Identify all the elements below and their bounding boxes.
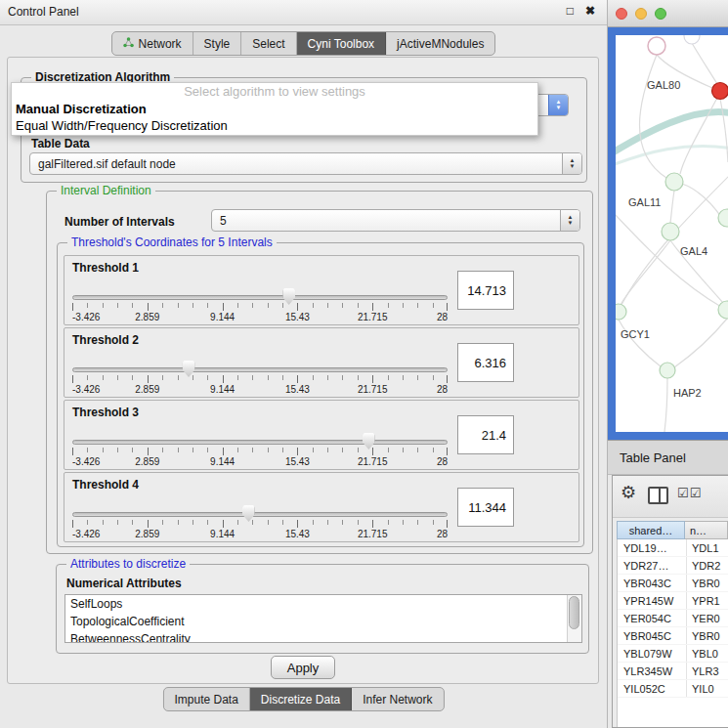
cell-shared-name[interactable]: YBR043C xyxy=(618,575,686,591)
table-header-row: shared… n… xyxy=(617,521,728,539)
cell-name[interactable]: YBL0 xyxy=(686,645,728,662)
column-header-shared-name[interactable]: shared… xyxy=(617,521,685,539)
checked-box-icon[interactable]: ☑ xyxy=(690,486,703,500)
cell-name[interactable]: YBR0 xyxy=(686,575,728,591)
scrollbar-thumb[interactable] xyxy=(569,596,579,629)
cell-name[interactable]: YIL0 xyxy=(686,680,728,697)
slider-scale: -3.426 2.859 9.144 15.43 21.715 28 xyxy=(72,312,448,323)
tab-network[interactable]: Network xyxy=(112,32,193,55)
tab-jactivemodules[interactable]: jActiveMNodules xyxy=(386,32,494,55)
table-row[interactable]: YPR145W YPR1 xyxy=(618,592,728,610)
table-data-combobox[interactable]: galFiltered.sif default node ▲ ▼ xyxy=(29,152,582,175)
table-row[interactable]: YER054C YER0 xyxy=(618,610,728,627)
algorithm-option-manual[interactable]: Manual Discretization xyxy=(12,101,537,117)
table-row[interactable]: YDL19… YDL1 xyxy=(618,539,728,557)
cell-name[interactable]: YLR3 xyxy=(686,663,728,679)
list-item[interactable]: BetweennessCentrality xyxy=(65,630,581,643)
threshold-slider[interactable]: -3.426 2.859 9.144 15.43 21.715 28 xyxy=(72,504,448,541)
threshold-value-field[interactable]: 21.4 xyxy=(457,415,514,454)
scale-label: 2.859 xyxy=(135,312,159,322)
network-canvas[interactable]: GAL80 GAL11 GAL4 GCY1 HAP2 xyxy=(616,35,728,432)
apply-button[interactable]: Apply xyxy=(271,656,335,679)
table-row[interactable]: YBR045C YBR0 xyxy=(618,627,728,645)
network-node[interactable] xyxy=(648,37,665,55)
threshold-value-field[interactable]: 11.344 xyxy=(457,488,514,527)
slider-scale: -3.426 2.859 9.144 15.43 21.715 28 xyxy=(72,456,448,468)
scale-label: 21.715 xyxy=(358,312,388,322)
cell-name[interactable]: YDL1 xyxy=(686,539,728,556)
network-window-titlebar[interactable] xyxy=(608,0,728,27)
thresholds-group: Threshold's Coordinates for 5 Intervals … xyxy=(57,242,584,547)
cell-shared-name[interactable]: YBL079W xyxy=(618,645,686,662)
checked-box-icon[interactable]: ☑ xyxy=(677,486,690,500)
cell-shared-name[interactable]: YLR345W xyxy=(618,663,686,679)
tab-select[interactable]: Select xyxy=(241,32,296,55)
tab-discretize-data[interactable]: Discretize Data xyxy=(250,688,352,710)
threshold-slider[interactable]: -3.426 2.859 9.144 15.43 21.715 28 xyxy=(72,432,448,469)
checkbox-filter-icons[interactable]: ☑☑ xyxy=(677,486,702,500)
cell-shared-name[interactable]: YDR27… xyxy=(618,557,686,574)
network-node[interactable] xyxy=(616,304,626,320)
cell-name[interactable]: YDR2 xyxy=(686,557,728,574)
network-node[interactable] xyxy=(662,223,679,240)
slider-track[interactable] xyxy=(72,295,448,300)
close-traffic-light[interactable] xyxy=(616,8,627,20)
tab-cyni-toolbox[interactable]: Cyni Toolbox xyxy=(297,32,386,55)
cell-shared-name[interactable]: YER054C xyxy=(618,610,686,626)
major-tick-marks xyxy=(72,303,448,311)
cell-name[interactable]: YPR1 xyxy=(686,592,728,609)
threshold-slider[interactable]: -3.426 2.859 9.144 15.43 21.715 28 xyxy=(72,287,448,324)
tab-impute-data[interactable]: Impute Data xyxy=(163,688,249,710)
table-row[interactable]: YIL052C YIL0 xyxy=(618,680,728,698)
top-tab-bar: Network Style Select Cyni Toolbox jActiv… xyxy=(111,31,496,56)
tab-style[interactable]: Style xyxy=(193,32,242,55)
control-panel-titlebar: Control Panel □ ✖ xyxy=(0,0,607,25)
number-of-intervals-label: Number of Intervals xyxy=(64,215,175,229)
threshold-value-field[interactable]: 6.316 xyxy=(457,343,514,382)
cell-shared-name[interactable]: YPR145W xyxy=(618,592,686,609)
table-row[interactable]: YBR043C YBR0 xyxy=(618,575,728,592)
network-node-selected[interactable] xyxy=(712,83,728,100)
cell-shared-name[interactable]: YDL19… xyxy=(618,539,686,556)
network-node[interactable] xyxy=(718,301,728,319)
close-icon[interactable]: ✖ xyxy=(585,4,595,18)
slider-track[interactable] xyxy=(72,512,448,517)
slider-track[interactable] xyxy=(72,367,448,372)
network-node[interactable] xyxy=(718,209,728,227)
cell-shared-name[interactable]: YIL052C xyxy=(618,680,686,697)
algorithm-option-equal-width[interactable]: Equal Width/Frequency Discretization xyxy=(12,117,537,134)
table-row[interactable]: YDR27… YDR2 xyxy=(618,557,728,575)
scrollbar[interactable] xyxy=(567,595,581,642)
gear-icon[interactable]: ⚙ xyxy=(621,483,636,502)
threshold-value-field[interactable]: 14.713 xyxy=(457,271,514,310)
minimize-traffic-light[interactable] xyxy=(635,8,647,20)
scale-label: -3.426 xyxy=(72,384,100,395)
combobox-stepper[interactable]: ▲ ▼ xyxy=(560,210,579,231)
cell-shared-name[interactable]: YBR045C xyxy=(618,627,686,644)
tab-label: Style xyxy=(204,37,231,51)
network-node[interactable] xyxy=(660,363,675,378)
cell-name[interactable]: YER0 xyxy=(686,610,728,626)
numerical-attributes-list[interactable]: SelfLoops TopologicalCoefficient Between… xyxy=(64,594,582,643)
list-item[interactable]: TopologicalCoefficient xyxy=(65,613,581,630)
zoom-traffic-light[interactable] xyxy=(655,8,666,20)
tab-infer-network[interactable]: Infer Network xyxy=(352,688,443,710)
column-header-name[interactable]: n… xyxy=(685,521,728,539)
network-node[interactable] xyxy=(684,35,700,44)
table-row[interactable]: YBL079W YBL0 xyxy=(618,645,728,663)
network-node[interactable] xyxy=(665,173,683,191)
combobox-stepper[interactable]: ▲ ▼ xyxy=(548,95,568,115)
float-window-icon[interactable]: □ xyxy=(567,4,574,18)
combobox-stepper[interactable]: ▲ ▼ xyxy=(562,153,581,174)
table-row[interactable]: YLR345W YLR3 xyxy=(618,663,728,680)
columns-icon[interactable] xyxy=(648,487,668,504)
tab-label: Cyni Toolbox xyxy=(308,37,374,51)
tab-label: Discretize Data xyxy=(261,693,340,707)
tab-label: Select xyxy=(252,37,284,51)
scale-label: 2.859 xyxy=(135,529,159,539)
list-item[interactable]: SelfLoops xyxy=(65,595,581,613)
cell-name[interactable]: YBR0 xyxy=(686,627,728,644)
number-of-intervals-combobox[interactable]: 5 ▲ ▼ xyxy=(211,209,580,232)
slider-track[interactable] xyxy=(72,440,448,445)
threshold-slider[interactable]: -3.426 2.859 9.144 15.43 21.715 28 xyxy=(72,360,448,397)
